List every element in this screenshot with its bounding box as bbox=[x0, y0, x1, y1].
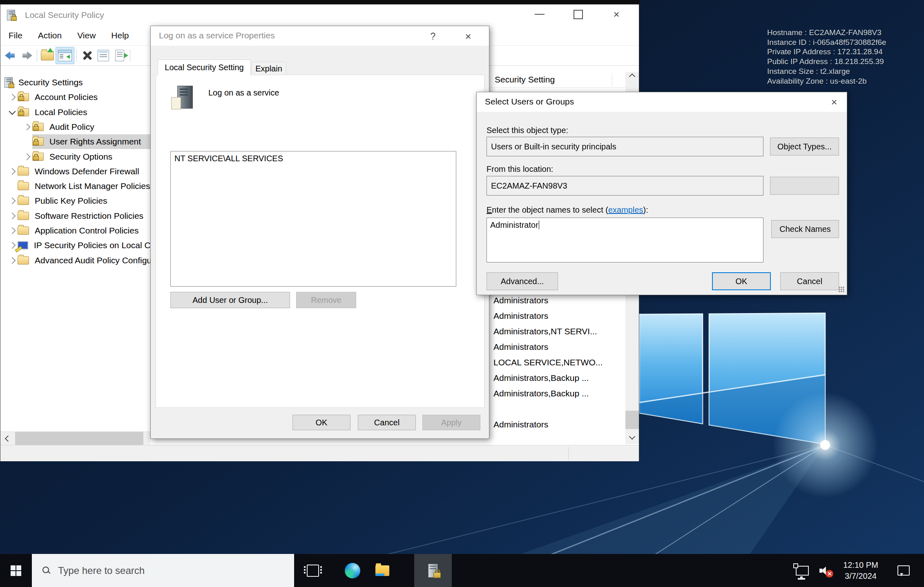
remove-button[interactable]: Remove bbox=[296, 292, 356, 308]
column-separator[interactable] bbox=[612, 73, 612, 86]
tree-item-software-restriction-policies[interactable]: Software Restriction Policies bbox=[0, 209, 150, 223]
list-row[interactable] bbox=[493, 401, 623, 417]
members-listbox[interactable]: NT SERVICE\ALL SERVICES bbox=[170, 151, 456, 287]
expander[interactable] bbox=[7, 213, 18, 218]
delete-button[interactable] bbox=[79, 48, 95, 63]
tree-item-application-control-policies[interactable]: Application Control Policies bbox=[0, 223, 150, 238]
folder-action-button[interactable] bbox=[39, 48, 56, 63]
button-label: Check Names bbox=[779, 225, 831, 234]
sel-close-button[interactable]: × bbox=[824, 93, 844, 111]
list-row[interactable]: Administrators bbox=[493, 417, 623, 432]
props-cancel-button[interactable]: Cancel bbox=[358, 415, 416, 430]
locations-button[interactable] bbox=[770, 177, 839, 195]
sel-title: Select Users or Groups bbox=[485, 97, 574, 107]
folder-lock-icon bbox=[32, 138, 44, 146]
member-item[interactable]: NT SERVICE\ALL SERVICES bbox=[174, 154, 452, 163]
list-column-header[interactable]: Security Setting bbox=[489, 72, 625, 88]
list-row[interactable]: LOCAL SERVICE,NETWO... bbox=[493, 355, 623, 370]
tree-item-windows-defender-firewall[interactable]: Windows Defender Firewall bbox=[0, 164, 150, 179]
task-view-button[interactable] bbox=[300, 554, 326, 587]
folder-lock-icon bbox=[18, 93, 29, 101]
scroll-left-button[interactable] bbox=[0, 432, 14, 445]
props-apply-button[interactable]: Apply bbox=[422, 415, 480, 430]
list-row[interactable]: Administrators,Backup ... bbox=[493, 386, 623, 401]
menu-file[interactable]: File bbox=[7, 28, 24, 43]
tree-item-security-options[interactable]: Security Options bbox=[0, 149, 150, 164]
location-field[interactable]: EC2AMAZ-FAN98V3 bbox=[487, 176, 763, 196]
chevron-right-icon bbox=[9, 242, 16, 249]
expander[interactable] bbox=[7, 169, 18, 174]
props-ok-button[interactable]: OK bbox=[292, 415, 350, 430]
tree-item-ip-security-policies[interactable]: IP Security Policies on Local Computer bbox=[0, 238, 150, 253]
expander[interactable] bbox=[7, 258, 18, 263]
tab-local-security-setting[interactable]: Local Security Setting bbox=[158, 60, 251, 75]
list-row[interactable]: Administrators,NT SERVI... bbox=[493, 324, 623, 339]
start-button[interactable] bbox=[0, 554, 32, 587]
menu-help[interactable]: Help bbox=[109, 28, 130, 43]
list-cell: Administrators,Backup ... bbox=[493, 389, 589, 398]
volume-tray-button[interactable] bbox=[814, 554, 837, 587]
close-button[interactable]: × bbox=[606, 6, 627, 23]
menu-action[interactable]: Action bbox=[36, 28, 63, 43]
scroll-thumb[interactable] bbox=[625, 411, 639, 429]
expander[interactable] bbox=[7, 228, 18, 233]
tree-item-security-settings[interactable]: Security Settings bbox=[0, 75, 150, 90]
menu-view[interactable]: View bbox=[76, 28, 97, 43]
tree-hscrollbar[interactable] bbox=[0, 431, 150, 445]
taskbar-search-box[interactable]: Type here to search bbox=[32, 554, 294, 587]
chevron-right-icon bbox=[9, 94, 16, 101]
object-type-field[interactable]: Users or Built-in security principals bbox=[487, 137, 763, 156]
chevron-down-icon bbox=[9, 108, 16, 115]
tree-item-user-rights-assignment[interactable]: User Rights Assignment bbox=[0, 134, 150, 149]
console-tree-button[interactable] bbox=[56, 47, 74, 64]
maximize-button[interactable] bbox=[568, 6, 588, 23]
file-explorer-button[interactable] bbox=[367, 554, 397, 587]
object-types-button[interactable]: Object Types... bbox=[770, 138, 839, 156]
tree-item-advanced-audit-policy[interactable]: Advanced Audit Policy Configuration bbox=[0, 253, 150, 268]
scroll-up-button[interactable] bbox=[625, 72, 639, 87]
list-row[interactable]: Administrators bbox=[493, 308, 623, 324]
resize-grip[interactable] bbox=[839, 287, 845, 293]
sel-ok-button[interactable]: OK bbox=[712, 272, 771, 290]
advanced-button[interactable]: Advanced... bbox=[487, 272, 558, 290]
add-user-or-group-button[interactable]: Add User or Group... bbox=[170, 292, 290, 308]
sel-cancel-button[interactable]: Cancel bbox=[780, 272, 839, 290]
properties-button[interactable] bbox=[95, 48, 112, 63]
network-tray-button[interactable] bbox=[792, 554, 813, 587]
tree-item-audit-policy[interactable]: Audit Policy bbox=[0, 120, 150, 134]
expander[interactable] bbox=[22, 154, 32, 159]
expander[interactable] bbox=[22, 125, 32, 129]
forward-button[interactable] bbox=[18, 48, 35, 63]
clock-tray-button[interactable]: 12:10 PM 3/7/2024 bbox=[837, 554, 885, 587]
scroll-down-button[interactable] bbox=[625, 429, 639, 444]
edge-button[interactable] bbox=[337, 554, 367, 587]
object-names-textarea[interactable]: Administrator bbox=[487, 218, 763, 262]
tree-item-public-key-policies[interactable]: Public Key Policies bbox=[0, 193, 150, 208]
button-label: OK bbox=[316, 418, 328, 427]
minimize-button[interactable] bbox=[529, 6, 550, 23]
action-center-button[interactable] bbox=[891, 554, 917, 587]
list-row[interactable]: Administrators,Backup ... bbox=[493, 370, 623, 386]
label-text: nter the object names to select ( bbox=[492, 205, 608, 214]
check-names-button[interactable]: Check Names bbox=[771, 220, 839, 238]
tree-item-local-policies[interactable]: Local Policies bbox=[0, 105, 150, 120]
accel-char: E bbox=[487, 205, 492, 214]
back-button[interactable] bbox=[2, 48, 18, 63]
examples-link[interactable]: examples bbox=[608, 205, 643, 214]
tree-item-network-list-manager[interactable]: Network List Manager Policies bbox=[0, 179, 150, 193]
expander[interactable] bbox=[7, 95, 18, 100]
help-button[interactable]: ? bbox=[423, 28, 443, 45]
list-row[interactable]: Administrators bbox=[493, 339, 623, 355]
export-list-button[interactable] bbox=[112, 48, 128, 63]
hscroll-thumb[interactable] bbox=[15, 432, 143, 445]
expander[interactable] bbox=[7, 111, 18, 114]
expander[interactable] bbox=[7, 243, 18, 248]
tab-explain[interactable]: Explain bbox=[251, 62, 286, 75]
expander[interactable] bbox=[7, 198, 18, 203]
props-close-button[interactable]: × bbox=[458, 28, 478, 45]
close-icon: × bbox=[613, 8, 619, 21]
minimize-icon bbox=[535, 14, 545, 15]
tree-item-account-policies[interactable]: Account Policies bbox=[0, 90, 150, 105]
edge-icon bbox=[345, 563, 360, 578]
local-security-policy-taskbar-button[interactable] bbox=[414, 554, 452, 587]
